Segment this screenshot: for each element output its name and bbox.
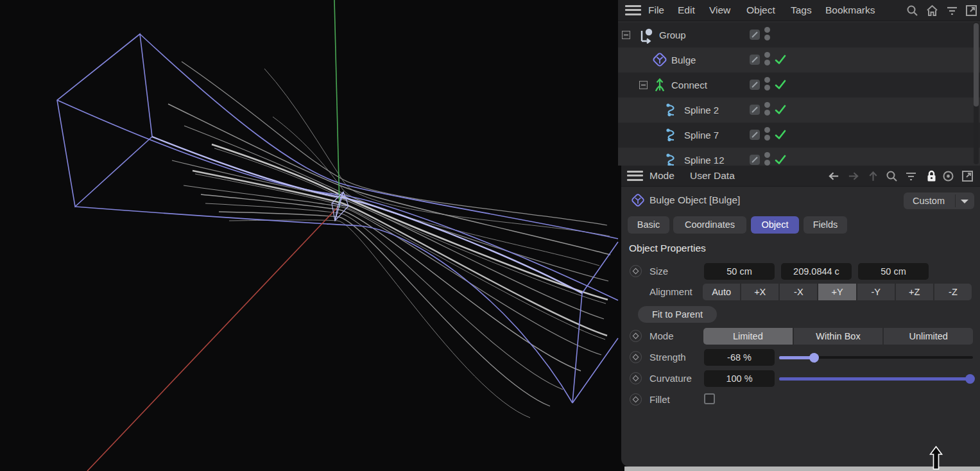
alignment-plusy-button[interactable]: +Y [818, 284, 855, 300]
strength-slider[interactable] [779, 353, 973, 362]
tab-object[interactable]: Object [751, 216, 799, 234]
visibility-dots[interactable] [764, 77, 771, 93]
alignment-plusz-button[interactable]: +Z [896, 284, 933, 300]
object-name[interactable]: Group [659, 22, 686, 47]
size-z-field[interactable]: 50 cm [858, 263, 929, 280]
menu-bookmarks[interactable]: Bookmarks [825, 0, 875, 21]
scrollbar-thumb[interactable] [974, 23, 979, 107]
tab-coordinates[interactable]: Coordinates [673, 216, 746, 234]
lock-icon[interactable] [925, 170, 938, 182]
cinema4d-window: { "viewport": { "axis_green": "#4aa854",… [0, 0, 980, 471]
size-row: Size 50 cm 209.0844 c 50 cm [621, 263, 980, 280]
edit-toggle[interactable] [750, 55, 760, 65]
slash-glyph [750, 130, 760, 140]
keyframe-diamond-icon[interactable] [630, 351, 642, 363]
viewport-canvas[interactable] [0, 0, 621, 471]
keyframe-diamond-icon[interactable] [630, 265, 642, 277]
back-arrow-icon[interactable] [828, 170, 840, 182]
target-icon[interactable] [942, 170, 954, 182]
connect-object-icon[interactable] [652, 76, 667, 93]
mode-withinbox-button[interactable]: Within Box [794, 328, 883, 345]
tab-fields[interactable]: Fields [804, 216, 847, 234]
enabled-check-icon[interactable] [775, 155, 786, 165]
object-name[interactable]: Spline 7 [684, 123, 719, 148]
spline-icon[interactable] [664, 102, 680, 118]
enabled-check-icon[interactable] [775, 80, 786, 90]
curvature-slider[interactable] [779, 374, 973, 383]
alignment-plusx-button[interactable]: +X [741, 284, 778, 300]
size-y-field[interactable]: 209.0844 c [781, 263, 852, 280]
object-name[interactable]: Spline 2 [684, 98, 719, 123]
up-arrow-icon[interactable] [867, 170, 879, 182]
slider-handle[interactable] [965, 374, 975, 384]
pop-out-icon[interactable] [961, 170, 974, 182]
edit-toggle[interactable] [750, 130, 760, 140]
object-name[interactable]: Spline 12 [684, 148, 725, 166]
size-x-field[interactable]: 50 cm [704, 263, 775, 280]
visibility-dots[interactable] [764, 52, 771, 68]
spline-icon[interactable] [664, 152, 680, 166]
tab-basic[interactable]: Basic [628, 216, 669, 234]
object-name[interactable]: Bulge [671, 47, 696, 73]
window-resize-edge[interactable] [624, 467, 980, 471]
alignment-minusx-button[interactable]: -X [780, 284, 817, 300]
menu-tags[interactable]: Tags [791, 0, 812, 21]
alignment-label: Alignment [649, 284, 692, 300]
enabled-check-icon[interactable] [775, 55, 786, 65]
pop-out-icon[interactable] [965, 4, 977, 17]
object-row-group[interactable]: Group [618, 22, 980, 47]
mode-limited-button[interactable]: Limited [703, 328, 793, 345]
fillet-checkbox[interactable] [704, 393, 715, 404]
object-row-bulge[interactable]: Bulge [618, 47, 980, 73]
visibility-dots[interactable] [764, 102, 771, 118]
edit-toggle[interactable] [750, 105, 760, 115]
home-icon[interactable] [926, 4, 938, 17]
spline-icon[interactable] [664, 127, 680, 143]
fit-to-parent-button[interactable]: Fit to Parent [638, 306, 717, 323]
preset-dropdown[interactable]: Custom [904, 193, 974, 209]
keyframe-diamond-icon[interactable] [630, 330, 642, 342]
object-row-spline7[interactable]: Spline 7 [618, 123, 980, 148]
keyframe-diamond-icon[interactable] [630, 372, 642, 384]
enabled-check-icon[interactable] [775, 130, 786, 140]
visibility-dots[interactable] [764, 27, 771, 43]
bulge-deformer-icon[interactable] [651, 51, 668, 68]
edit-toggle[interactable] [750, 80, 760, 90]
object-name[interactable]: Connect [671, 73, 707, 98]
alignment-auto-button[interactable]: Auto [703, 284, 740, 300]
edit-toggle[interactable] [750, 155, 760, 165]
menu-userdata[interactable]: User Data [690, 166, 735, 186]
panel-menu-icon[interactable] [627, 171, 643, 181]
search-icon[interactable] [886, 170, 898, 182]
object-row-spline2[interactable]: Spline 2 [618, 98, 980, 123]
size-label: Size [649, 263, 668, 280]
enabled-check-icon[interactable] [775, 105, 786, 115]
filter-icon[interactable] [905, 170, 917, 182]
slider-handle[interactable] [809, 353, 819, 363]
strength-field[interactable]: -68 % [704, 349, 775, 366]
null-object-icon[interactable] [637, 27, 654, 44]
menu-view[interactable]: View [709, 0, 730, 21]
scrollbar[interactable] [974, 22, 979, 164]
filter-icon[interactable] [946, 4, 958, 17]
search-icon[interactable] [906, 4, 918, 17]
menu-edit[interactable]: Edit [678, 0, 695, 21]
forward-arrow-icon[interactable] [847, 170, 859, 182]
panel-menu-icon[interactable] [625, 5, 641, 15]
alignment-minusy-button[interactable]: -Y [857, 284, 895, 300]
slider-fill [779, 356, 814, 359]
edit-toggle[interactable] [750, 30, 760, 40]
mode-unlimited-button[interactable]: Unlimited [884, 328, 973, 345]
visibility-dots[interactable] [764, 127, 771, 143]
alignment-minusz-button[interactable]: -Z [934, 284, 972, 300]
object-row-connect[interactable]: Connect [618, 73, 980, 98]
object-row-spline12[interactable]: Spline 12 [618, 148, 980, 166]
menu-object[interactable]: Object [746, 0, 775, 21]
keyframe-diamond-icon[interactable] [630, 393, 642, 406]
visibility-dots[interactable] [764, 152, 771, 166]
expand-collapse-box[interactable] [622, 31, 630, 39]
menu-file[interactable]: File [648, 0, 664, 21]
curvature-field[interactable]: 100 % [704, 370, 775, 387]
expand-collapse-box[interactable] [639, 81, 648, 89]
menu-mode[interactable]: Mode [649, 166, 675, 186]
